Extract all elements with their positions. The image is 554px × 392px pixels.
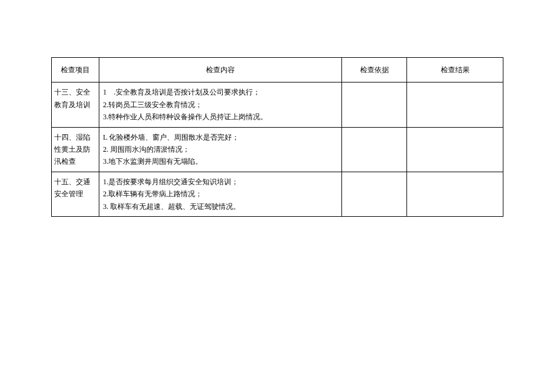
cell-result [407,172,503,216]
cell-item: 十五、交通安全管理 [52,172,99,216]
cell-result [407,127,503,172]
cell-basis [342,127,407,172]
cell-basis [342,172,407,216]
header-item: 检查项目 [52,58,99,82]
cell-basis [342,82,407,127]
cell-result [407,82,503,127]
header-basis: 检查依据 [342,58,407,82]
table-header-row: 检查项目 检查内容 检查依据 检查结果 [52,58,503,82]
table-row: 十三、安全教育及培训 1 .安全教育及培训是否按计划及公司要求执行；2.转岗员工… [52,82,503,127]
header-content: 检查内容 [99,58,342,82]
header-result: 检查结果 [407,58,503,82]
table-row: 十五、交通安全管理 1.是否按要求每月组织交通安全知识培训；2.取样车辆有无带病… [52,172,503,216]
cell-content: 1 .安全教育及培训是否按计划及公司要求执行；2.转岗员工三级安全教育情况；3.… [99,82,342,127]
cell-item: 十四、湿陷性黄土及防汛检查 [52,127,99,172]
cell-content: L 化验楼外墙、窗户、周围散水是否完好；2. 周围雨水沟的清淤情况；3.地下水监… [99,127,342,172]
table-row: 十四、湿陷性黄土及防汛检查 L 化验楼外墙、窗户、周围散水是否完好；2. 周围雨… [52,127,503,172]
cell-item: 十三、安全教育及培训 [52,82,99,127]
cell-content: 1.是否按要求每月组织交通安全知识培训；2.取样车辆有无带病上路情况；3. 取样… [99,172,342,216]
inspection-table: 检查项目 检查内容 检查依据 检查结果 十三、安全教育及培训 1 .安全教育及培… [51,57,503,217]
